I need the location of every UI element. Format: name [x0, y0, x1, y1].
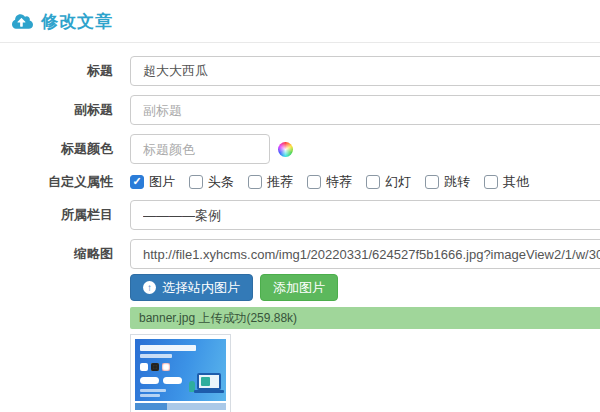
checkbox-input-6[interactable] — [484, 175, 498, 189]
checkbox-label-1[interactable]: 头条 — [208, 173, 234, 191]
checkbox-input-5[interactable] — [425, 175, 439, 189]
banner-image-thumbnail[interactable] — [135, 339, 226, 401]
select-site-image-label: 选择站内图片 — [162, 279, 240, 297]
checkbox-attr-6[interactable]: 其他 — [484, 173, 529, 191]
page-header: 修改文章 — [0, 0, 600, 43]
checkbox-label-5[interactable]: 跳转 — [444, 173, 470, 191]
title-label: 标题 — [0, 62, 130, 80]
checkbox-input-2[interactable] — [248, 175, 262, 189]
banner-laptop-base-graphic — [194, 390, 224, 393]
banner-text-bar — [140, 354, 172, 358]
checkbox-input-4[interactable] — [366, 175, 380, 189]
article-edit-form: 标题 副标题 标题颜色 自定义属性 图片 头条 — [0, 43, 600, 412]
category-select[interactable]: ————案例 — [130, 200, 600, 230]
cloud-upload-icon — [12, 13, 33, 30]
thumbnail-preview[interactable]: 请填写说明 — [130, 334, 231, 412]
banner-text-bar — [140, 345, 196, 351]
checkbox-attr-5[interactable]: 跳转 — [425, 173, 470, 191]
checkbox-label-4[interactable]: 幻灯 — [385, 173, 411, 191]
checkbox-attr-3[interactable]: 特荐 — [307, 173, 352, 191]
circle-arrow-up-icon — [143, 281, 156, 294]
banner-text-bar — [140, 394, 160, 397]
banner-laptop-graphic — [197, 373, 221, 390]
checkbox-attr-0[interactable]: 图片 — [130, 173, 175, 191]
subtitle-label: 副标题 — [0, 101, 130, 119]
attributes-label: 自定义属性 — [0, 173, 130, 191]
title-color-input[interactable] — [130, 134, 270, 164]
page-title: 修改文章 — [41, 10, 113, 33]
select-site-image-button[interactable]: 选择站内图片 — [130, 274, 253, 301]
banner-pill-buttons — [140, 377, 182, 384]
checkbox-attr-1[interactable]: 头条 — [189, 173, 234, 191]
subtitle-input[interactable] — [130, 95, 600, 125]
checkbox-label-0[interactable]: 图片 — [149, 173, 175, 191]
thumbnail-url-input[interactable] — [130, 239, 600, 269]
checkbox-input-3[interactable] — [307, 175, 321, 189]
checkbox-label-3[interactable]: 特荐 — [326, 173, 352, 191]
checkbox-input-1[interactable] — [189, 175, 203, 189]
banner-text-bar — [140, 389, 166, 392]
image-toolbar-strip — [135, 403, 226, 410]
title-color-label: 标题颜色 — [0, 140, 130, 158]
upload-success-message: banner.jpg 上传成功(259.88k) — [130, 307, 600, 329]
banner-app-icons — [140, 363, 170, 371]
add-image-button[interactable]: 添加图片 — [260, 274, 338, 301]
color-picker-icon[interactable] — [278, 142, 293, 157]
checkbox-attr-2[interactable]: 推荐 — [248, 173, 293, 191]
title-input[interactable] — [130, 56, 600, 86]
thumbnail-label: 缩略图 — [0, 239, 130, 269]
checkbox-input-0[interactable] — [130, 175, 144, 189]
checkbox-attr-4[interactable]: 幻灯 — [366, 173, 411, 191]
checkbox-label-2[interactable]: 推荐 — [267, 173, 293, 191]
category-label: 所属栏目 — [0, 206, 130, 224]
checkbox-label-6[interactable]: 其他 — [503, 173, 529, 191]
